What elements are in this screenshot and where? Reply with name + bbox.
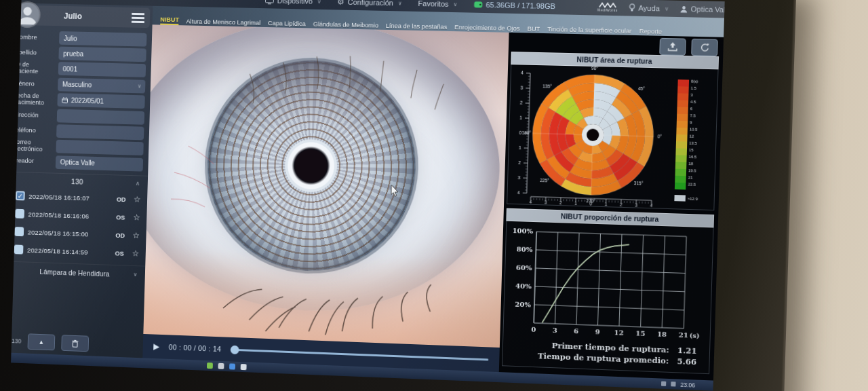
field-label: Teléfono	[12, 126, 52, 134]
exam-checkbox[interactable]	[14, 245, 24, 255]
field-input[interactable]	[56, 140, 143, 155]
tab-nibut[interactable]: NIBUT	[160, 16, 179, 25]
favorite-star-icon[interactable]: ☆	[132, 231, 140, 240]
svg-text:1: 1	[574, 201, 577, 206]
svg-text:1: 1	[604, 202, 607, 206]
svg-text:13.5: 13.5	[689, 141, 697, 145]
svg-text:2: 2	[518, 160, 521, 165]
taskbar-app-icon[interactable]	[218, 363, 224, 369]
field-input[interactable]: Julio	[59, 31, 146, 47]
device-icon	[265, 0, 274, 4]
chevron-down-icon: ∨	[665, 5, 669, 12]
chevron-down-icon: ∨	[133, 272, 137, 278]
sidebar-header: Julio	[14, 5, 151, 28]
sidebar-footer: 130 ▲	[12, 333, 138, 354]
field-input[interactable]: Masculino∨	[58, 77, 145, 93]
menu-favorites[interactable]: Favoritos ∨	[418, 0, 457, 8]
patient-field: ID de Paciente0001	[14, 61, 146, 78]
tray-icon[interactable]	[661, 381, 666, 386]
field-input[interactable]	[56, 124, 144, 140]
menu-help[interactable]: Ayuda ∨	[629, 3, 669, 12]
tab-reporte[interactable]: Reporte	[639, 28, 662, 36]
chevron-up-icon: ∧	[136, 180, 140, 187]
tab-but[interactable]: BUT	[527, 25, 540, 33]
slider-handle[interactable]	[231, 346, 239, 354]
field-input[interactable]: prueba	[58, 47, 146, 62]
svg-text:40%: 40%	[515, 282, 532, 290]
svg-text:6: 6	[690, 107, 692, 111]
footer-count: 130	[12, 337, 22, 344]
svg-text:45°: 45°	[638, 86, 646, 91]
svg-text:15: 15	[635, 329, 646, 337]
screen: Dispositivo ∨ ⚙ Configuración ∨ Favorito…	[11, 0, 725, 391]
exam-eye: OS	[116, 213, 130, 221]
menu-config[interactable]: ⚙ Configuración ∨	[337, 0, 402, 7]
storage-indicator: 65.36GB / 171.98GB	[473, 1, 555, 11]
exam-row[interactable]: 2022/05/18 16:14:59OS☆	[11, 240, 146, 263]
svg-text:12: 12	[614, 329, 624, 337]
favorite-star-icon[interactable]: ☆	[133, 212, 140, 222]
exam-date: 2022/05/18 16:16:06	[28, 210, 112, 221]
svg-text:225°: 225°	[540, 177, 549, 183]
gear-icon: ⚙	[337, 0, 344, 7]
patient-fields: NombreJulioApellidopruebaID de Paciente0…	[11, 26, 152, 172]
menu-device[interactable]: Dispositivo ∨	[265, 0, 321, 5]
chevron-down-icon: ∨	[138, 83, 142, 90]
taskbar-app-icon[interactable]	[229, 363, 235, 369]
svg-text:16.5: 16.5	[689, 155, 697, 159]
rupture-area-chart: 0°45°90°135°180°225°270°315°432101234432…	[507, 64, 718, 210]
taskbar-app-icon[interactable]	[207, 362, 213, 369]
svg-text:180°: 180°	[522, 130, 532, 135]
bulb-icon	[629, 3, 635, 12]
svg-text:3: 3	[545, 200, 547, 205]
field-input[interactable]	[57, 109, 144, 124]
favorite-star-icon[interactable]: ☆	[132, 248, 140, 258]
svg-text:0: 0	[531, 326, 536, 333]
svg-text:0: 0	[589, 202, 592, 206]
device-section-toggle[interactable]: Lámpara de Hendidura ∨	[11, 261, 145, 284]
taskbar-app-icon[interactable]	[241, 364, 247, 370]
refresh-button[interactable]	[691, 38, 718, 56]
svg-text:9: 9	[690, 120, 692, 124]
video-progress-slider[interactable]	[231, 345, 489, 365]
svg-text:22.5: 22.5	[688, 182, 696, 186]
svg-text:4: 4	[517, 191, 520, 196]
svg-text:90°: 90°	[591, 66, 599, 71]
field-input[interactable]: Optica Valle	[56, 155, 143, 171]
delete-button[interactable]	[61, 335, 89, 352]
eyelashes	[143, 24, 509, 347]
svg-text:4: 4	[650, 204, 653, 208]
field-input[interactable]: 2022/05/01	[57, 93, 144, 109]
exam-checkbox[interactable]: ✓	[16, 191, 25, 200]
play-button[interactable]: ▶	[153, 341, 159, 351]
svg-text:2: 2	[620, 202, 623, 207]
exam-eye: OS	[115, 249, 128, 257]
exam-date: 2022/05/18 16:16:07	[28, 192, 113, 202]
exam-checkbox[interactable]	[15, 209, 24, 219]
svg-text:>12.9: >12.9	[688, 197, 698, 202]
hamburger-menu-icon[interactable]	[132, 12, 145, 22]
patient-field: NombreJulio	[15, 31, 146, 47]
exam-checkbox[interactable]	[14, 227, 24, 236]
field-label: Apellido	[15, 49, 56, 57]
collapse-button[interactable]: ▲	[28, 333, 56, 350]
svg-text:4.5: 4.5	[690, 100, 696, 104]
exam-list: 130 ∧ ✓2022/05/18 16:16:07OD☆2022/05/18 …	[11, 171, 148, 284]
svg-text:2: 2	[559, 200, 562, 205]
svg-text:21: 21	[679, 331, 689, 339]
field-label: Género	[14, 80, 54, 88]
export-button[interactable]	[659, 37, 686, 55]
menu-help-label: Ayuda	[638, 4, 660, 13]
mouse-cursor	[391, 184, 399, 196]
field-label: ID de Paciente	[14, 61, 55, 76]
favorite-star-icon[interactable]: ☆	[134, 195, 141, 204]
tray-icon[interactable]	[671, 381, 675, 386]
field-input[interactable]: 0001	[58, 62, 146, 78]
svg-text:1.5: 1.5	[691, 86, 696, 90]
svg-text:80%: 80%	[517, 246, 533, 254]
slider-track[interactable]	[231, 348, 488, 360]
account-menu[interactable]: Optica Valle	[679, 5, 725, 14]
video-time: 00 : 00 / 00 : 14	[169, 343, 222, 353]
svg-text:3: 3	[520, 86, 523, 90]
patient-field: CreadorOptica Valle	[12, 154, 143, 171]
